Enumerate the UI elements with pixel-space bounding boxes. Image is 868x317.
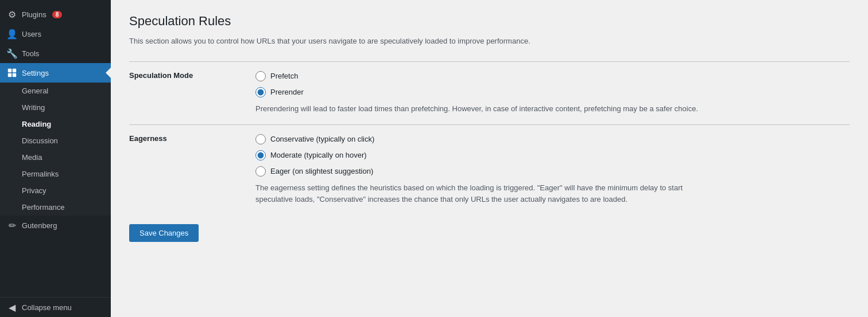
sidebar-item-settings[interactable]: Settings bbox=[0, 63, 111, 83]
tools-icon: 🔧 bbox=[7, 48, 17, 58]
eager-radio[interactable] bbox=[255, 166, 266, 177]
save-button[interactable]: Save Changes bbox=[129, 224, 199, 242]
speculation-mode-row: Speculation Mode Prefetch Prerender Prer… bbox=[129, 61, 850, 124]
submenu-item-writing[interactable]: Writing bbox=[0, 99, 111, 116]
eagerness-row: Eagerness Conservative (typically on cli… bbox=[129, 124, 850, 215]
conservative-radio[interactable] bbox=[255, 134, 266, 144]
speculation-mode-radio-group: Prefetch Prerender bbox=[255, 71, 850, 97]
prerender-option[interactable]: Prerender bbox=[255, 87, 850, 97]
svg-rect-2 bbox=[8, 73, 11, 77]
moderate-label: Moderate (typically on hover) bbox=[270, 151, 367, 159]
sidebar-item-collapse-label: Collapse menu bbox=[22, 303, 72, 312]
collapse-icon: ◀ bbox=[7, 302, 17, 312]
active-arrow bbox=[106, 67, 111, 79]
settings-icon bbox=[7, 68, 17, 78]
conservative-option[interactable]: Conservative (typically on click) bbox=[255, 134, 850, 144]
speculation-mode-options: Prefetch Prerender Prerendering will lea… bbox=[255, 61, 850, 124]
users-icon: 👤 bbox=[7, 29, 17, 39]
sidebar-item-users[interactable]: 👤 Users bbox=[0, 24, 111, 44]
page-title: Speculation Rules bbox=[129, 14, 850, 29]
eager-label: Eager (on slightest suggestion) bbox=[270, 167, 373, 175]
plugins-icon: ⚙ bbox=[7, 9, 17, 19]
eagerness-help: The eagerness setting defines the heuris… bbox=[255, 182, 715, 206]
sidebar-item-tools-label: Tools bbox=[22, 49, 39, 58]
prerender-radio[interactable] bbox=[255, 87, 266, 97]
sidebar: ⚙ Plugins 8 👤 Users 🔧 Tools Settings Gen… bbox=[0, 0, 111, 317]
sidebar-item-gutenberg[interactable]: ✏ Gutenberg bbox=[0, 216, 111, 235]
submenu-item-permalinks[interactable]: Permalinks bbox=[0, 166, 111, 182]
sidebar-item-collapse[interactable]: ◀ Collapse menu bbox=[0, 298, 111, 317]
svg-rect-3 bbox=[13, 73, 16, 77]
svg-rect-0 bbox=[8, 69, 11, 72]
prefetch-option[interactable]: Prefetch bbox=[255, 71, 850, 81]
speculation-mode-help: Prerendering will lead to faster load ti… bbox=[255, 103, 715, 115]
sidebar-item-users-label: Users bbox=[22, 30, 41, 38]
sidebar-item-plugins[interactable]: ⚙ Plugins 8 bbox=[0, 5, 111, 24]
sidebar-item-gutenberg-label: Gutenberg bbox=[22, 221, 57, 230]
eagerness-label: Eagerness bbox=[129, 124, 255, 215]
moderate-radio[interactable] bbox=[255, 150, 266, 161]
submenu-item-reading[interactable]: Reading bbox=[0, 116, 111, 132]
svg-rect-1 bbox=[13, 69, 16, 72]
speculation-mode-label: Speculation Mode bbox=[129, 61, 255, 124]
gutenberg-icon: ✏ bbox=[7, 220, 17, 230]
settings-table: Speculation Mode Prefetch Prerender Prer… bbox=[129, 61, 850, 215]
prefetch-label: Prefetch bbox=[270, 72, 298, 80]
submenu-item-privacy[interactable]: Privacy bbox=[0, 182, 111, 199]
moderate-option[interactable]: Moderate (typically on hover) bbox=[255, 150, 850, 161]
submenu-item-discussion[interactable]: Discussion bbox=[0, 132, 111, 149]
section-description: This section allows you to control how U… bbox=[129, 36, 850, 48]
submenu-item-general[interactable]: General bbox=[0, 83, 111, 99]
plugins-badge: 8 bbox=[52, 11, 63, 18]
sidebar-item-settings-label: Settings bbox=[22, 69, 49, 77]
conservative-label: Conservative (typically on click) bbox=[270, 135, 374, 143]
submenu-item-media[interactable]: Media bbox=[0, 149, 111, 166]
eagerness-radio-group: Conservative (typically on click) Modera… bbox=[255, 134, 850, 177]
sidebar-bottom: ◀ Collapse menu bbox=[0, 297, 111, 317]
main-content: Speculation Rules This section allows yo… bbox=[111, 0, 868, 317]
settings-submenu: General Writing Reading Discussion Media… bbox=[0, 83, 111, 216]
eager-option[interactable]: Eager (on slightest suggestion) bbox=[255, 166, 850, 177]
submenu-item-performance[interactable]: Performance bbox=[0, 199, 111, 216]
sidebar-item-tools[interactable]: 🔧 Tools bbox=[0, 44, 111, 63]
prefetch-radio[interactable] bbox=[255, 71, 266, 81]
eagerness-options: Conservative (typically on click) Modera… bbox=[255, 124, 850, 215]
sidebar-item-plugins-label: Plugins bbox=[22, 10, 46, 19]
save-section: Save Changes bbox=[129, 215, 850, 242]
prerender-label: Prerender bbox=[270, 88, 304, 96]
